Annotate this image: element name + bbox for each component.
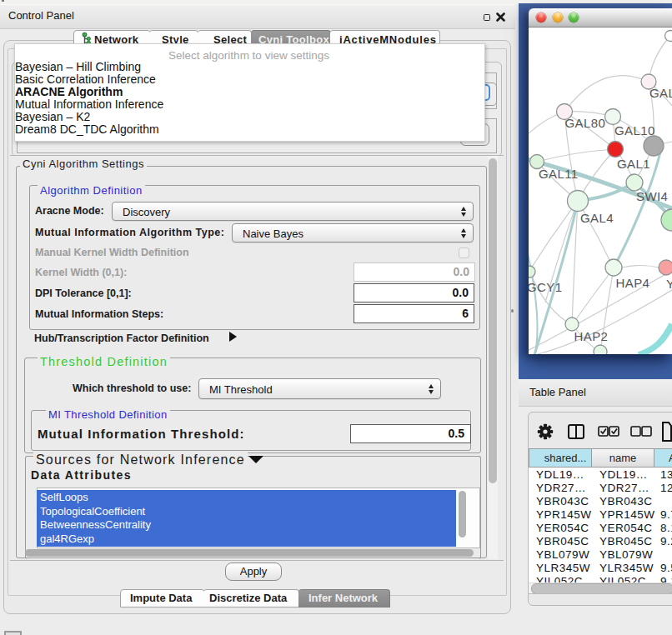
svg-text:GAL11: GAL11 (539, 167, 579, 181)
svg-text:SWI4: SWI4 (636, 189, 668, 203)
svg-text:GCY1: GCY1 (529, 280, 562, 294)
svg-text:GAL10: GAL10 (614, 123, 655, 138)
svg-text:GAL4: GAL4 (580, 211, 614, 225)
svg-text:Y: Y (666, 277, 672, 291)
svg-text:GAL1: GAL1 (617, 157, 650, 171)
svg-text:HAP2: HAP2 (574, 329, 609, 343)
svg-text:GAL: GAL (649, 86, 672, 100)
svg-text:GAL80: GAL80 (565, 116, 606, 130)
svg-text:HAP4: HAP4 (616, 276, 650, 290)
